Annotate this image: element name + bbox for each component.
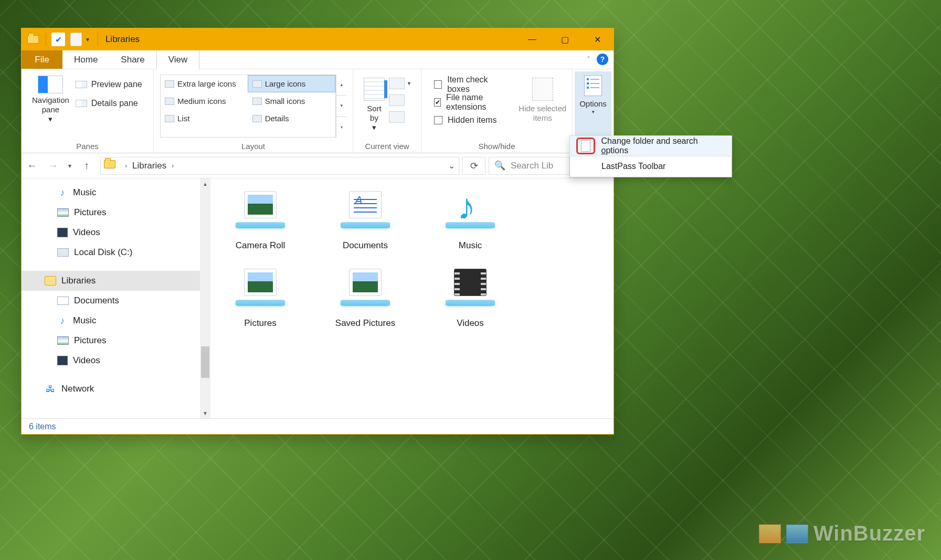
ribbon-view: Navigation pane▾ Preview pane Details pa… [22,69,614,153]
layout-small-icons[interactable]: Small icons [248,92,336,110]
library-documents[interactable]: Documents [326,184,405,251]
back-button[interactable]: ← [22,153,43,178]
layout-details[interactable]: Details [248,110,336,127]
scroll-thumb[interactable] [201,346,209,378]
sidebar-scrollbar[interactable]: ▲ ▼ [200,178,210,418]
preview-pane-icon [76,81,87,88]
options-dropdown-menu: Change folder and search options LastPas… [569,135,732,177]
layout-medium-icons[interactable]: Medium icons [161,92,248,110]
folder-icon [104,160,115,168]
close-button[interactable]: ✕ [581,28,614,50]
layout-icon [252,115,262,122]
qat-newfolder-button[interactable] [70,33,82,46]
status-bar: 6 items [22,418,614,434]
layout-list[interactable]: List [161,110,248,127]
library-saved-pictures[interactable]: Saved Pictures [326,261,405,329]
navigation-pane-button[interactable]: Navigation pane▾ [26,72,76,140]
hide-selected-items-button: Hide selected items [517,72,568,140]
maximize-button[interactable]: ▢ [548,28,581,50]
breadcrumb-chevron[interactable]: › [168,162,177,170]
music-icon: ♪ [57,187,68,198]
quick-access-toolbar: ✔ ▼ [22,28,90,50]
app-icon[interactable] [26,32,40,47]
separator [98,33,98,46]
help-button[interactable]: ? [597,54,608,65]
checkbox-checked-icon: ✔ [434,98,441,107]
document-icon [57,297,69,305]
minimize-button[interactable]: — [516,28,548,50]
tab-view[interactable]: View [156,50,200,69]
video-icon [57,228,68,237]
separator [46,33,46,46]
menu-lastpass-toolbar[interactable]: LastPass Toolbar [570,156,732,177]
tree-item-lib-videos[interactable]: Videos [22,351,210,371]
tree-item-lib-documents[interactable]: Documents [22,291,210,311]
tree-item-libraries[interactable]: Libraries [22,271,210,291]
layout-extra-large-icons[interactable]: Extra large icons [161,75,248,92]
options-button[interactable]: Options ▾ [575,71,611,139]
address-bar[interactable]: › Libraries › ⌄ [100,157,459,175]
tree-item-music[interactable]: ♪Music [22,183,210,203]
up-button[interactable]: ↑ [76,153,97,178]
hidden-items[interactable]: Hidden items [434,111,509,129]
folder-icon [27,35,39,44]
address-history-caret[interactable]: ⌄ [444,161,459,171]
library-camera-roll[interactable]: Camera Roll [221,184,300,251]
items-view[interactable]: Camera Roll Documents Music Pictures Sav… [210,178,614,418]
tab-file[interactable]: File [22,50,62,69]
ribbon-group-showhide: Item check boxes ✔File name extensions H… [421,69,573,153]
sort-by-button[interactable]: Sort by▾ [363,76,386,140]
tree-item-pictures[interactable]: Pictures [22,203,210,223]
breadcrumb-chevron[interactable]: › [122,162,130,170]
gallery-down-button[interactable]: ▼ [336,96,346,117]
group-label-panes: Panes [26,140,149,152]
group-label-layout: Layout [158,140,348,152]
music-icon: ♪ [57,315,68,326]
preview-pane-button[interactable]: Preview pane [76,80,149,89]
gallery-up-button[interactable]: ▲ [336,75,346,96]
qat-properties-button[interactable]: ✔ [51,33,65,46]
tree-item-local-disk[interactable]: Local Disk (C:) [22,242,210,262]
groupby-button[interactable] [389,94,405,106]
address-toolbar: ← → ▾ ↑ › Libraries › ⌄ ⟳ 🔍 Search Lib [22,153,614,178]
checkbox-unchecked-icon [434,116,442,124]
file-name-extensions[interactable]: ✔File name extensions [434,93,509,111]
library-icon [441,267,499,314]
recent-locations-button[interactable]: ▾ [64,153,76,178]
library-videos[interactable]: Videos [431,261,510,329]
video-icon [57,356,68,365]
refresh-button[interactable]: ⟳ [462,157,485,175]
forward-button: → [43,153,64,178]
chevron-down-icon: ▼ [407,81,411,86]
ribbon-group-panes: Navigation pane▾ Preview pane Details pa… [22,69,154,153]
tree-item-videos[interactable]: Videos [22,223,210,242]
add-columns-button[interactable] [389,78,405,89]
layout-gallery: Extra large icons Large icons Medium ico… [160,75,336,138]
tree-item-network[interactable]: 🖧Network [22,379,210,399]
library-icon [336,189,394,236]
layout-large-icons[interactable]: Large icons [248,75,336,92]
sort-icon [364,78,385,101]
options-icon [584,75,602,96]
picture-icon [57,336,69,345]
scroll-up-button[interactable]: ▲ [200,178,210,189]
address-location-icon [104,160,119,172]
tab-share[interactable]: Share [109,50,156,69]
window-title: Libraries [105,34,140,45]
tab-home[interactable]: Home [62,50,109,69]
layout-icon [165,115,174,122]
library-pictures[interactable]: Pictures [221,261,300,329]
gallery-more-button[interactable]: ▾ [336,117,346,138]
menu-change-folder-options[interactable]: Change folder and search options [569,135,732,156]
details-pane-button[interactable]: Details pane [76,99,149,108]
navigation-tree: ♪Music Pictures Videos Local Disk (C:) L… [22,178,210,418]
breadcrumb-libraries[interactable]: Libraries [130,161,168,171]
qat-customize-caret[interactable]: ▼ [85,37,90,43]
collapse-ribbon-button[interactable]: ˄ [587,55,590,64]
scroll-down-button[interactable]: ▼ [200,408,210,418]
size-columns-button[interactable] [389,111,405,123]
item-check-boxes[interactable]: Item check boxes [434,76,509,93]
tree-item-lib-music[interactable]: ♪Music [22,311,210,331]
library-music[interactable]: Music [431,184,510,251]
tree-item-lib-pictures[interactable]: Pictures [22,331,210,351]
